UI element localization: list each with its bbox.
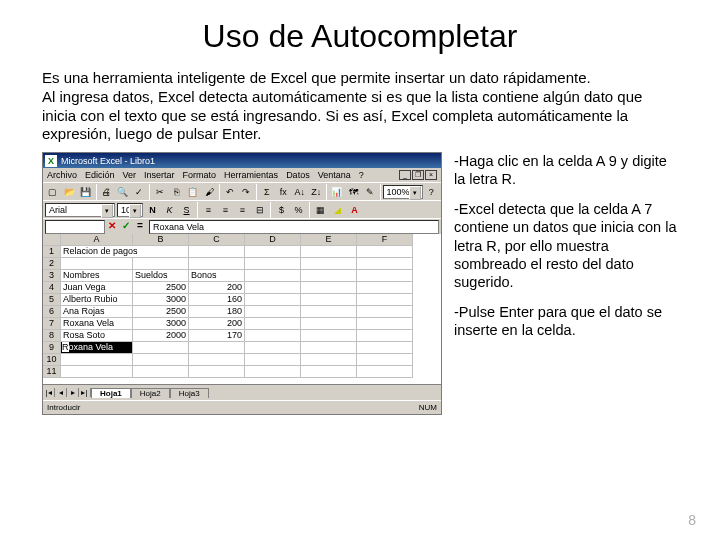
help-icon[interactable]: ? — [424, 184, 440, 200]
merge-icon[interactable]: ⊟ — [252, 202, 267, 217]
cell[interactable] — [245, 330, 301, 342]
cell[interactable] — [245, 282, 301, 294]
copy-icon[interactable]: ⎘ — [169, 184, 185, 200]
map-icon[interactable]: 🗺 — [346, 184, 362, 200]
cancel-entry-icon[interactable]: ✕ — [105, 220, 119, 234]
cell[interactable] — [301, 246, 357, 258]
cell[interactable] — [133, 366, 189, 378]
cell[interactable] — [301, 270, 357, 282]
cell[interactable]: 200 — [189, 318, 245, 330]
cell[interactable] — [133, 354, 189, 366]
cell[interactable]: 180 — [189, 306, 245, 318]
col-header[interactable]: F — [357, 234, 413, 246]
cell[interactable]: Sueldos — [133, 270, 189, 282]
cell[interactable] — [245, 354, 301, 366]
cell[interactable] — [301, 354, 357, 366]
cell[interactable] — [357, 318, 413, 330]
cell[interactable]: 3000 — [133, 318, 189, 330]
cell[interactable] — [301, 294, 357, 306]
cell[interactable] — [301, 282, 357, 294]
currency-icon[interactable]: $ — [274, 202, 289, 217]
menu-insertar[interactable]: Insertar — [144, 170, 175, 180]
cell[interactable] — [357, 354, 413, 366]
col-header[interactable]: A — [61, 234, 133, 246]
spell-icon[interactable]: ✓ — [132, 184, 148, 200]
row-header[interactable]: 4 — [43, 282, 61, 294]
cell[interactable] — [61, 258, 133, 270]
undo-icon[interactable]: ↶ — [222, 184, 238, 200]
cell[interactable] — [245, 294, 301, 306]
preview-icon[interactable]: 🔍 — [115, 184, 131, 200]
cell[interactable] — [245, 366, 301, 378]
cell[interactable] — [245, 306, 301, 318]
cell[interactable]: Nombres — [61, 270, 133, 282]
cell[interactable] — [245, 246, 301, 258]
cell[interactable] — [357, 270, 413, 282]
row-header[interactable]: 5 — [43, 294, 61, 306]
cell[interactable] — [133, 258, 189, 270]
print-icon[interactable]: 🖨 — [99, 184, 115, 200]
formula-content[interactable]: Roxana Vela — [149, 220, 439, 234]
font-dropdown[interactable]: Arial — [45, 203, 115, 217]
cell[interactable]: 170 — [189, 330, 245, 342]
autosum-icon[interactable]: Σ — [259, 184, 275, 200]
cell[interactable] — [189, 366, 245, 378]
menu-ventana[interactable]: Ventana — [318, 170, 351, 180]
tab-next-icon[interactable]: ▸ — [67, 388, 79, 397]
drawing-icon[interactable]: ✎ — [362, 184, 378, 200]
sort-asc-icon[interactable]: A↓ — [292, 184, 308, 200]
percent-icon[interactable]: % — [291, 202, 306, 217]
cell[interactable] — [245, 342, 301, 354]
sheet-tab-1[interactable]: Hoja1 — [91, 388, 131, 398]
close-icon[interactable]: × — [425, 170, 437, 180]
sort-desc-icon[interactable]: Z↓ — [309, 184, 325, 200]
cell[interactable] — [357, 246, 413, 258]
cell[interactable] — [301, 318, 357, 330]
cell[interactable] — [301, 330, 357, 342]
save-icon[interactable]: 💾 — [78, 184, 94, 200]
align-center-icon[interactable]: ≡ — [218, 202, 233, 217]
font-color-icon[interactable]: A — [347, 202, 362, 217]
menu-formato[interactable]: Formato — [183, 170, 217, 180]
format-painter-icon[interactable]: 🖌 — [202, 184, 218, 200]
minimize-icon[interactable]: _ — [399, 170, 411, 180]
cell[interactable]: 2500 — [133, 306, 189, 318]
confirm-entry-icon[interactable]: ✓ — [119, 220, 133, 234]
cell[interactable]: Ana Rojas — [61, 306, 133, 318]
autocomplete-cell[interactable]: Roxana Vela — [61, 342, 133, 354]
menu-datos[interactable]: Datos — [286, 170, 310, 180]
cell[interactable] — [357, 366, 413, 378]
cell[interactable] — [357, 282, 413, 294]
cell[interactable]: 2000 — [133, 330, 189, 342]
cell[interactable] — [357, 294, 413, 306]
row-header[interactable]: 9 — [43, 342, 61, 354]
cell[interactable] — [301, 366, 357, 378]
cell[interactable]: Roxana Vela — [61, 318, 133, 330]
cell[interactable]: Relacion de pagos — [61, 246, 189, 258]
sheet-tab-2[interactable]: Hoja2 — [131, 388, 170, 398]
cell[interactable] — [301, 342, 357, 354]
cell[interactable]: 160 — [189, 294, 245, 306]
cell[interactable]: 3000 — [133, 294, 189, 306]
cell[interactable] — [245, 270, 301, 282]
underline-icon[interactable]: S — [179, 202, 194, 217]
cell[interactable] — [61, 366, 133, 378]
tab-last-icon[interactable]: ▸| — [79, 388, 91, 397]
cell[interactable] — [357, 258, 413, 270]
row-header[interactable]: 8 — [43, 330, 61, 342]
align-left-icon[interactable]: ≡ — [201, 202, 216, 217]
cell[interactable]: 2500 — [133, 282, 189, 294]
chart-icon[interactable]: 📊 — [329, 184, 345, 200]
col-header[interactable]: C — [189, 234, 245, 246]
cell[interactable] — [61, 354, 133, 366]
cut-icon[interactable]: ✂ — [152, 184, 168, 200]
cell[interactable] — [301, 306, 357, 318]
borders-icon[interactable]: ▦ — [313, 202, 328, 217]
select-all-corner[interactable] — [43, 234, 61, 246]
open-icon[interactable]: 📂 — [62, 184, 78, 200]
cell[interactable]: Rosa Soto — [61, 330, 133, 342]
name-box[interactable] — [45, 220, 105, 234]
italic-icon[interactable]: K — [162, 202, 177, 217]
row-header[interactable]: 1 — [43, 246, 61, 258]
menu-ver[interactable]: Ver — [123, 170, 137, 180]
